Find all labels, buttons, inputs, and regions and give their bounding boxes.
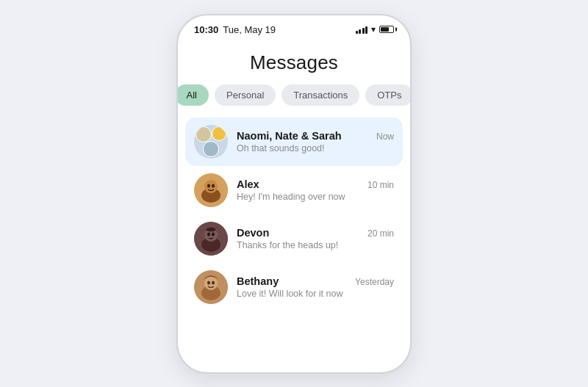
message-body: Alex 10 min Hey! I'm heading over now xyxy=(237,178,394,202)
status-time: 10:30 xyxy=(194,24,218,35)
sender-name: Alex xyxy=(237,178,259,190)
status-bar: 10:30 Tue, May 19 ▾ xyxy=(178,15,410,38)
svg-point-3 xyxy=(207,184,210,187)
conversation-bethany[interactable]: Bethany Yesterday Love it! Will look for… xyxy=(185,263,403,311)
svg-point-8 xyxy=(207,232,210,236)
page-title: Messages xyxy=(178,38,410,84)
phone-frame: 10:30 Tue, May 19 ▾ Messages All Persona… xyxy=(176,14,412,374)
message-preview: Thanks for the heads up! xyxy=(237,240,394,250)
message-preview: Love it! Will look for it now xyxy=(237,289,394,299)
svg-point-9 xyxy=(212,232,215,236)
message-time: 10 min xyxy=(368,180,394,190)
filter-tabs: All Personal Transactions OTPs xyxy=(178,84,410,117)
tab-otps[interactable]: OTPs xyxy=(365,84,410,106)
message-preview: Oh that sounds good! xyxy=(237,143,394,153)
sender-name: Devon xyxy=(237,227,269,239)
sender-name: Bethany xyxy=(237,275,279,287)
message-body: Devon 20 min Thanks for the heads up! xyxy=(237,227,394,250)
svg-point-2 xyxy=(204,180,218,193)
avatar-devon xyxy=(194,222,228,256)
svg-point-13 xyxy=(207,281,210,284)
tab-personal[interactable]: Personal xyxy=(215,84,276,106)
tab-all[interactable]: All xyxy=(178,84,209,106)
svg-point-14 xyxy=(212,281,215,284)
conversation-devon[interactable]: Devon 20 min Thanks for the heads up! xyxy=(185,214,403,263)
message-time: 20 min xyxy=(368,228,394,239)
message-body: Naomi, Nate & Sarah Now Oh that sounds g… xyxy=(237,130,394,153)
signal-icon xyxy=(356,26,368,34)
avatar-group xyxy=(194,125,228,159)
message-time: Now xyxy=(376,131,394,142)
battery-icon xyxy=(379,26,394,33)
message-time: Yesterday xyxy=(355,277,394,287)
conversation-naomi-nate-sarah[interactable]: Naomi, Nate & Sarah Now Oh that sounds g… xyxy=(185,117,403,166)
avatar-bethany xyxy=(194,270,228,304)
message-body: Bethany Yesterday Love it! Will look for… xyxy=(237,275,394,299)
message-list: Naomi, Nate & Sarah Now Oh that sounds g… xyxy=(178,117,410,366)
svg-point-4 xyxy=(212,184,215,187)
content-area: Messages All Personal Transactions OTPs xyxy=(178,38,410,372)
status-date: Tue, May 19 xyxy=(223,24,276,35)
conversation-alex[interactable]: Alex 10 min Hey! I'm heading over now xyxy=(185,166,403,214)
tab-transactions[interactable]: Transactions xyxy=(282,84,359,106)
message-preview: Hey! I'm heading over now xyxy=(237,192,394,202)
avatar-alex xyxy=(194,173,228,207)
sender-name: Naomi, Nate & Sarah xyxy=(237,130,342,142)
wifi-icon: ▾ xyxy=(371,24,376,35)
svg-point-12 xyxy=(204,277,218,290)
status-icons: ▾ xyxy=(356,24,395,35)
